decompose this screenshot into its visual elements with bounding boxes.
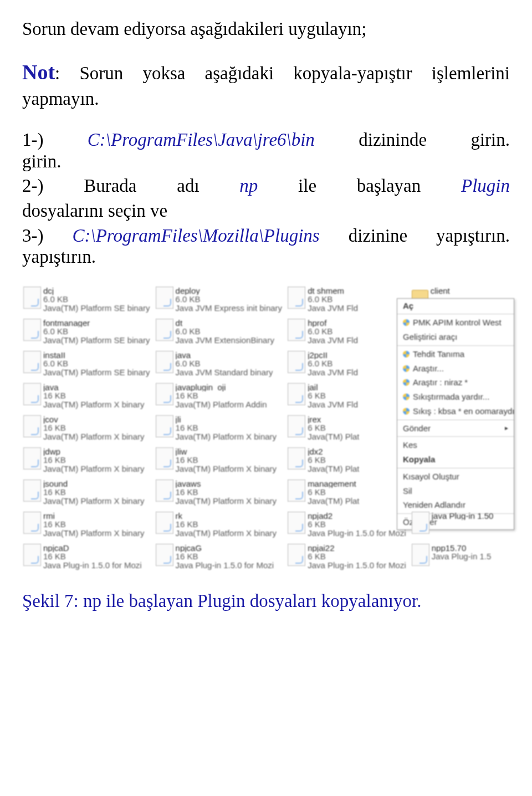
file-icon	[288, 447, 305, 470]
file-icon	[412, 512, 429, 534]
file-item[interactable]: rk16 KBJava(TM) Platform X binary	[155, 510, 284, 540]
file-size: 6.0 KB	[176, 295, 283, 304]
file-icon	[23, 447, 41, 470]
file-type: Java JVM Fld	[308, 304, 358, 313]
step1-prefix: 1-)	[22, 130, 88, 150]
file-icon	[288, 544, 305, 566]
file-item[interactable]: rmi16 KBJava(TM) Platform X binary	[22, 510, 151, 540]
file-icon	[156, 447, 173, 470]
file-icon	[156, 351, 173, 373]
file-item[interactable]: npjai226 KBJava Plug-in 1.5.0 for Mozi	[287, 542, 407, 572]
folder-name: client	[431, 287, 450, 295]
menu-delete[interactable]: Sil	[397, 484, 514, 498]
explorer-screenshot: dcj6.0 KBJava(TM) Platform SE binary dep…	[22, 285, 510, 572]
file-icon	[23, 512, 41, 534]
step1-path: C:\ProgramFiles\Java\jre6\bin	[88, 130, 315, 150]
step2-mid: ile başlayan	[258, 176, 461, 196]
step1-suffix: dizininde girin.	[315, 130, 510, 150]
file-icon	[23, 479, 41, 502]
file-item[interactable]: npp15.70Java Plug-in 1.5	[411, 542, 510, 572]
file-icon	[288, 319, 305, 341]
file-icon	[23, 319, 41, 341]
file-item[interactable]: jdx26 KBJava(TM) Plat	[287, 446, 407, 476]
file-item[interactable]: jli16 KBJava(TM) Platform X binary	[155, 414, 284, 443]
file-icon	[156, 544, 173, 566]
menu-item[interactable]: Araştır...	[397, 361, 514, 376]
file-item[interactable]: jrex6 KBJava(TM) Plat	[287, 414, 407, 443]
file-item[interactable]: instaII6.0 KBJava(TM) Platform SE binary	[22, 349, 151, 379]
file-icon	[288, 479, 305, 502]
file-item[interactable]: npjcaG16 KBJava Plug-in 1.5.0 for Mozi	[155, 542, 284, 572]
file-icon	[156, 512, 173, 534]
context-menu[interactable]: Aç PMK APIM kontrol West Geliştirici ara…	[397, 298, 514, 530]
file-icon	[156, 479, 173, 502]
file-item[interactable]: npjcaD16 KBJava Plug-in 1.5.0 for Mozi	[22, 542, 151, 572]
file-name: dt shmem	[308, 287, 358, 295]
file-item[interactable]: jsound16 KBJava(TM) Platform X binary	[22, 478, 151, 508]
problem-header-text: Sorun devam ediyorsa aşağıdakileri uygul…	[22, 17, 510, 42]
file-item[interactable]: dcj6.0 KBJava(TM) Platform SE binary	[22, 285, 151, 315]
instruction-steps: 1-) C:\ProgramFiles\Java\jre6\bin dizini…	[22, 127, 510, 269]
menu-item[interactable]: Geliştirici araçı	[397, 330, 514, 344]
file-size: 6.0 KB	[43, 295, 150, 304]
folder-item[interactable]: client Aç PMK APIM kontrol West Geliştir…	[411, 285, 510, 315]
menu-sendto[interactable]: Gönder▸	[397, 421, 514, 436]
file-icon	[23, 351, 41, 373]
file-icon	[156, 415, 173, 437]
file-icon	[288, 351, 305, 373]
step2-plugin: Plugin	[461, 176, 510, 196]
file-item[interactable]: j2pcII6.0 KBJava JVM Fld	[287, 349, 407, 379]
step1-tail: girin.	[22, 151, 62, 171]
step3-suffix: dizinine yapıştırın.	[320, 226, 510, 246]
note-label: Not	[22, 60, 55, 84]
step3-prefix: 3-)	[22, 226, 73, 246]
menu-item[interactable]: Tehdit Tanıma	[397, 347, 514, 361]
file-icon	[288, 512, 305, 534]
file-item[interactable]: javaws16 KBJava(TM) Platform X binary	[155, 478, 284, 508]
file-item[interactable]: management6 KBJava(TM) Plat	[287, 478, 407, 508]
file-item[interactable]: dt6.0 KBJava JVM ExtensionBinary	[155, 317, 284, 347]
step2-np: np	[239, 176, 258, 196]
file-item[interactable]: jdwp16 KBJava(TM) Platform X binary	[22, 446, 151, 476]
file-item[interactable]: npjad26 KBJava Plug-in 1.5.0 for Mozi	[287, 510, 407, 540]
menu-item[interactable]: Araştır : niraz *	[397, 375, 514, 390]
file-item[interactable]: java6.0 KBJava JVM Standard binary	[155, 349, 284, 379]
file-item[interactable]: hprof6.0 KBJava JVM Fld	[287, 317, 407, 347]
file-item[interactable]: javaplugin_oji16 KBJava(TM) Platform Add…	[155, 381, 284, 411]
file-grid: dcj6.0 KBJava(TM) Platform SE binary dep…	[22, 285, 510, 572]
file-item[interactable]: jail6 KBJava JVM Fld	[287, 381, 407, 411]
menu-shortcut[interactable]: Kısayol Oluştur	[397, 470, 514, 484]
step3-path: C:\ProgramFiles\Mozilla\Plugins	[73, 226, 320, 246]
file-type: Java(TM) Platform SE binary	[43, 304, 150, 313]
file-item[interactable]: fontmanager6.0 KBJava(TM) Platform SE bi…	[22, 317, 151, 347]
file-icon	[412, 544, 429, 566]
file-item[interactable]: deploy6.0 KBJava JVM Express init binary	[155, 285, 284, 315]
menu-copy[interactable]: Kopyala	[397, 452, 514, 467]
file-type: Java JVM Express init binary	[176, 304, 283, 313]
step2-prefix: 2-) Burada adı	[22, 176, 239, 196]
step3-tail: yapıştırın.	[22, 247, 96, 267]
file-icon	[156, 287, 173, 309]
note-line: Not: Sorun yoksa aşağıdaki kopyala-yapış…	[22, 58, 510, 111]
file-name: deploy	[176, 287, 283, 295]
figure-caption: Şekil 7: np ile başlayan Plugin dosyalar…	[22, 589, 510, 614]
menu-cut[interactable]: Kes	[397, 438, 514, 452]
file-item[interactable]: jcov16 KBJava(TM) Platform X binary	[22, 414, 151, 443]
file-item[interactable]: jliw16 KBJava(TM) Platform X binary	[155, 446, 284, 476]
file-icon	[156, 383, 173, 405]
menu-item[interactable]: PMK APIM kontrol West	[397, 315, 514, 330]
file-name: dcj	[43, 287, 150, 295]
file-item[interactable]: dt shmem6.0 KBJava JVM Fld	[287, 285, 407, 315]
chevron-right-icon: ▸	[505, 425, 508, 432]
menu-item[interactable]: Sıkış : kbsa * en oomaraydı	[397, 404, 514, 419]
file-item[interactable]: java16 KBJava(TM) Platform X binary	[22, 381, 151, 411]
file-icon	[156, 319, 173, 341]
menu-open[interactable]: Aç	[397, 299, 514, 313]
menu-item[interactable]: Sıkıştırmada yardır...	[397, 390, 514, 404]
file-icon	[23, 287, 41, 309]
file-size: 6.0 KB	[308, 295, 358, 304]
file-item[interactable]: java Plug-in 1.50	[411, 510, 510, 540]
step2-tail: dosyalarını seçin ve	[22, 201, 167, 221]
file-icon	[23, 383, 41, 405]
note-text: : Sorun yoksa aşağıdaki kopyala-yapıştır…	[22, 63, 510, 109]
